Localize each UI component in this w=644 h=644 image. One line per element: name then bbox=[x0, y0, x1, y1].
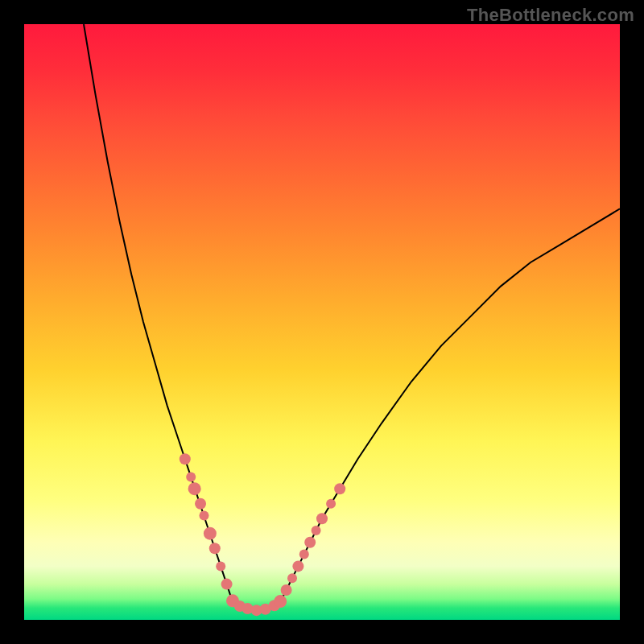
data-dot bbox=[287, 573, 297, 583]
data-dot bbox=[186, 472, 196, 481]
chart-stage: TheBottleneck.com bbox=[0, 0, 644, 644]
data-dot bbox=[312, 526, 321, 535]
data-dot bbox=[180, 453, 191, 464]
data-dot bbox=[209, 543, 221, 554]
data-dot bbox=[304, 537, 316, 548]
curve-layer bbox=[24, 24, 620, 620]
data-dot bbox=[195, 498, 206, 510]
plot-area bbox=[24, 24, 620, 620]
data-dot bbox=[199, 511, 208, 521]
data-dot bbox=[188, 482, 201, 495]
data-dot bbox=[204, 527, 217, 540]
watermark-text: TheBottleneck.com bbox=[467, 5, 634, 26]
data-dot bbox=[281, 584, 292, 596]
curve-right-branch bbox=[280, 208, 620, 601]
data-dot bbox=[299, 550, 309, 559]
data-dot bbox=[292, 560, 303, 572]
curve-left-branch bbox=[84, 24, 233, 602]
data-dot bbox=[274, 595, 287, 608]
data-dot bbox=[334, 483, 345, 494]
data-dot bbox=[216, 561, 225, 571]
data-dot bbox=[221, 579, 233, 590]
data-dot bbox=[326, 499, 336, 509]
data-dot bbox=[316, 513, 328, 524]
